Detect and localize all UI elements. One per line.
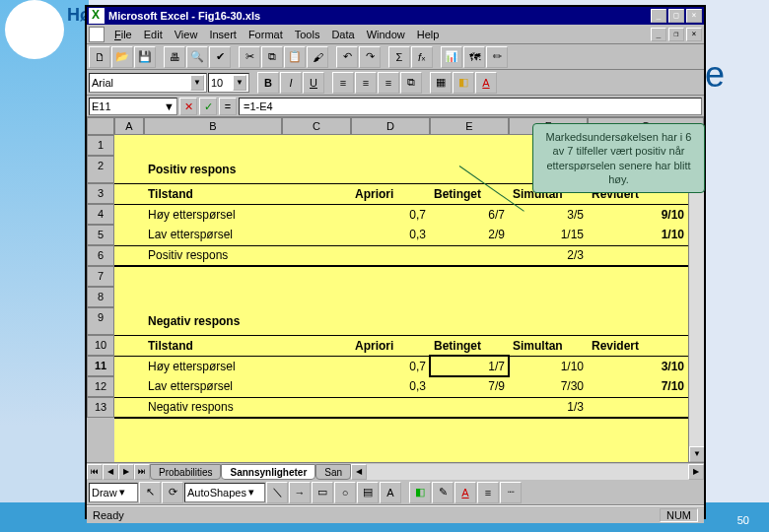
- underline-button[interactable]: U: [303, 72, 324, 94]
- doc-restore-button[interactable]: ❐: [668, 28, 684, 41]
- menu-data[interactable]: Data: [325, 27, 360, 42]
- row-header[interactable]: 6: [87, 245, 114, 266]
- fill-color-icon[interactable]: ◧: [409, 482, 431, 503]
- tab-next-icon[interactable]: ▶: [118, 464, 134, 480]
- line-icon[interactable]: ＼: [266, 482, 288, 503]
- align-center-icon[interactable]: ≡: [355, 72, 377, 94]
- scroll-right-icon[interactable]: ▶: [688, 464, 704, 480]
- dash-style-icon[interactable]: ┈: [500, 482, 522, 503]
- chart-icon[interactable]: 📊: [441, 46, 462, 68]
- copy-icon[interactable]: ⧉: [261, 46, 283, 68]
- italic-button[interactable]: I: [280, 72, 302, 94]
- minimize-button[interactable]: _: [651, 9, 666, 23]
- select-all-corner[interactable]: [87, 117, 114, 135]
- row-header[interactable]: 8: [87, 287, 114, 307]
- chevron-down-icon[interactable]: ▼: [233, 75, 246, 91]
- slide-logo-circle: [5, 0, 64, 59]
- new-icon[interactable]: 🗋: [89, 46, 110, 68]
- arrow-icon[interactable]: →: [289, 482, 311, 503]
- wordart-icon[interactable]: A: [380, 482, 401, 503]
- size-combo[interactable]: 10▼: [208, 73, 249, 93]
- borders-icon[interactable]: ▦: [430, 72, 452, 94]
- print-icon[interactable]: 🖶: [164, 46, 185, 68]
- menu-help[interactable]: Help: [411, 27, 446, 42]
- menu-edit[interactable]: Edit: [138, 27, 169, 42]
- row-header[interactable]: 9: [87, 307, 114, 335]
- tab-last-icon[interactable]: ⏭: [134, 464, 150, 480]
- sheet-tab-active[interactable]: Sannsynligheter: [221, 464, 315, 480]
- menu-file[interactable]: File: [108, 27, 138, 42]
- name-box[interactable]: E11▼: [89, 98, 177, 115]
- drawing-icon[interactable]: ✏: [486, 46, 508, 68]
- row-header[interactable]: 5: [87, 225, 114, 245]
- row-header[interactable]: 12: [87, 376, 114, 397]
- row-header[interactable]: 4: [87, 204, 114, 225]
- row-header[interactable]: 11: [87, 356, 114, 376]
- horizontal-scrollbar[interactable]: ◀ ▶: [351, 464, 704, 480]
- doc-close-button[interactable]: ×: [686, 28, 702, 41]
- line-style-icon[interactable]: ≡: [477, 482, 499, 503]
- row-header[interactable]: 2: [87, 156, 114, 183]
- col-header-a[interactable]: A: [114, 117, 144, 135]
- font-combo[interactable]: Arial▼: [89, 73, 207, 93]
- col-header-c[interactable]: C: [282, 117, 351, 135]
- paste-icon[interactable]: 📋: [284, 46, 306, 68]
- menu-format[interactable]: Format: [243, 27, 289, 42]
- oval-icon[interactable]: ○: [334, 482, 356, 503]
- close-button[interactable]: ×: [686, 9, 702, 23]
- menu-view[interactable]: View: [169, 27, 204, 42]
- row-header[interactable]: 13: [87, 397, 114, 418]
- chevron-down-icon[interactable]: ▼: [164, 100, 175, 112]
- sheet-tab[interactable]: San: [315, 464, 351, 480]
- autosum-icon[interactable]: Σ: [388, 46, 410, 68]
- textbox-icon[interactable]: ▤: [357, 482, 379, 503]
- formula-input[interactable]: =1-E4: [239, 98, 702, 115]
- col-header-b[interactable]: B: [144, 117, 282, 135]
- merge-icon[interactable]: ⧉: [400, 72, 422, 94]
- rectangle-icon[interactable]: ▭: [312, 482, 333, 503]
- workbook-icon[interactable]: [89, 27, 105, 42]
- rotate-icon[interactable]: ⟳: [162, 482, 183, 503]
- menu-insert[interactable]: Insert: [203, 27, 243, 42]
- save-icon[interactable]: 💾: [134, 46, 156, 68]
- map-icon[interactable]: 🗺: [463, 46, 485, 68]
- format-painter-icon[interactable]: 🖌: [307, 46, 328, 68]
- scroll-left-icon[interactable]: ◀: [351, 464, 367, 480]
- undo-icon[interactable]: ↶: [336, 46, 358, 68]
- row-header[interactable]: 7: [87, 266, 114, 287]
- align-right-icon[interactable]: ≡: [378, 72, 399, 94]
- doc-minimize-button[interactable]: _: [651, 28, 666, 41]
- function-icon[interactable]: fₓ: [411, 46, 433, 68]
- equals-button[interactable]: =: [219, 98, 237, 115]
- line-color-icon[interactable]: ✎: [432, 482, 454, 503]
- menu-window[interactable]: Window: [361, 27, 411, 42]
- draw-menu[interactable]: Draw▾: [89, 483, 138, 502]
- font-color-icon[interactable]: A: [454, 482, 476, 503]
- autoshapes-menu[interactable]: AutoShapes▾: [184, 483, 265, 502]
- maximize-button[interactable]: □: [668, 9, 684, 23]
- confirm-formula-icon[interactable]: ✓: [199, 98, 217, 115]
- col-header-d[interactable]: D: [351, 117, 430, 135]
- align-left-icon[interactable]: ≡: [332, 72, 354, 94]
- select-objects-icon[interactable]: ↖: [139, 482, 161, 503]
- chevron-down-icon[interactable]: ▼: [190, 75, 204, 91]
- preview-icon[interactable]: 🔍: [186, 46, 208, 68]
- font-color-icon[interactable]: A: [475, 72, 497, 94]
- spellcheck-icon[interactable]: ✔: [209, 46, 231, 68]
- redo-icon[interactable]: ↷: [359, 46, 381, 68]
- fill-color-icon[interactable]: ◧: [453, 72, 474, 94]
- menu-tools[interactable]: Tools: [289, 27, 326, 42]
- row-header[interactable]: 1: [87, 135, 114, 156]
- tab-prev-icon[interactable]: ◀: [103, 464, 118, 480]
- tab-first-icon[interactable]: ⏮: [87, 464, 103, 480]
- row-header[interactable]: 10: [87, 335, 114, 356]
- open-icon[interactable]: 📂: [111, 46, 133, 68]
- scroll-down-icon[interactable]: ▼: [689, 446, 704, 462]
- cut-icon[interactable]: ✂: [239, 46, 260, 68]
- sheet-tab[interactable]: Probabilities: [150, 464, 221, 480]
- col-header-e[interactable]: E: [430, 117, 509, 135]
- bold-button[interactable]: B: [257, 72, 279, 94]
- row-header[interactable]: 3: [87, 183, 114, 204]
- selected-cell[interactable]: 1/7: [430, 356, 509, 376]
- cancel-formula-icon[interactable]: ✕: [179, 98, 197, 115]
